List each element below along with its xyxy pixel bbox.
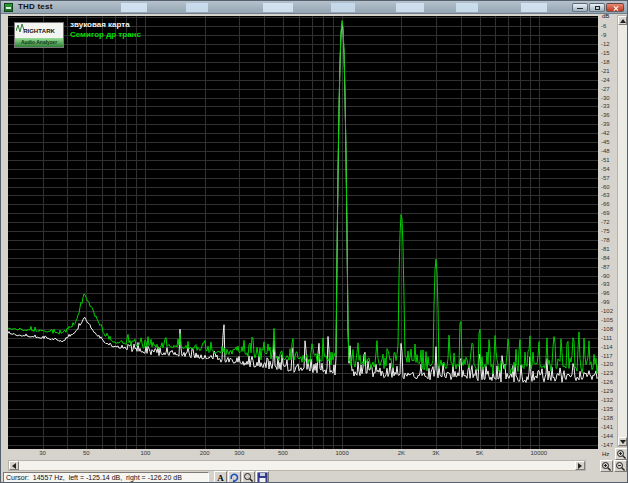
spectrum-plot[interactable]: RIGHT ARK Audio Analyzer звуковая карта … bbox=[8, 16, 598, 449]
y-tick-label: -123 bbox=[601, 370, 613, 376]
magnifier-button[interactable] bbox=[242, 471, 255, 483]
magnifier-minus-icon bbox=[615, 461, 626, 472]
y-tick-label: -12 bbox=[601, 41, 610, 47]
minimize-button[interactable] bbox=[572, 3, 588, 12]
legend-series-2: Семигор др транс bbox=[70, 30, 141, 40]
y-tick-label: -45 bbox=[601, 139, 610, 145]
y-tick-label: -30 bbox=[601, 95, 610, 101]
vertical-scrollbar[interactable] bbox=[617, 15, 628, 447]
scroll-left-button[interactable] bbox=[9, 461, 19, 470]
status-bar: Cursor: 14557 Hz, left = -125.14 dB, rig… bbox=[1, 472, 628, 483]
x-tick-label: 300 bbox=[226, 450, 252, 456]
y-tick-label: -69 bbox=[601, 210, 610, 216]
y-tick-label: -105 bbox=[601, 317, 613, 323]
rightmark-logo-subtitle: Audio Analyzer bbox=[15, 38, 63, 47]
refresh-button[interactable] bbox=[228, 471, 241, 483]
y-tick-label: -138 bbox=[601, 415, 613, 421]
trace-white bbox=[8, 24, 598, 383]
y-tick-label: -93 bbox=[601, 281, 610, 287]
save-button[interactable] bbox=[256, 471, 269, 483]
zoom-out-x-button[interactable] bbox=[614, 460, 627, 472]
magnifier-plus-icon bbox=[601, 461, 612, 472]
x-tick-label: 30 bbox=[30, 450, 56, 456]
legend-series-1: звуковая карта bbox=[70, 20, 141, 30]
titlebar[interactable]: THD test bbox=[1, 1, 628, 14]
close-button[interactable] bbox=[606, 3, 624, 12]
arrow-right-icon bbox=[578, 463, 582, 469]
y-tick-label: -15 bbox=[601, 50, 610, 56]
y-tick-label: -81 bbox=[601, 246, 610, 252]
y-tick-label: -27 bbox=[601, 86, 610, 92]
y-tick-label: -63 bbox=[601, 192, 610, 198]
x-axis-unit: Hz bbox=[602, 451, 609, 457]
y-tick-label: -114 bbox=[601, 344, 613, 350]
y-tick-label: -87 bbox=[601, 264, 610, 270]
magnifier-plus-icon bbox=[616, 449, 627, 460]
y-tick-label: -18 bbox=[601, 59, 610, 65]
scroll-right-button[interactable] bbox=[575, 461, 585, 470]
y-tick-label: -120 bbox=[601, 361, 613, 367]
y-tick-label: -36 bbox=[601, 112, 610, 118]
y-tick-label: -117 bbox=[601, 353, 613, 359]
y-tick-label: -54 bbox=[601, 166, 610, 172]
x-tick-label: 100 bbox=[132, 450, 158, 456]
y-tick-label: -135 bbox=[601, 406, 613, 412]
y-tick-label: -21 bbox=[601, 68, 610, 74]
y-tick-label: -75 bbox=[601, 228, 610, 234]
trace-green bbox=[8, 21, 598, 375]
y-tick-label: -132 bbox=[601, 397, 613, 403]
y-tick-label: -39 bbox=[601, 121, 610, 127]
x-tick-label: 50 bbox=[73, 450, 99, 456]
maximize-icon bbox=[595, 6, 600, 10]
thd-test-window: THD test RIGHT ARK Audio Analyzer звуков… bbox=[0, 0, 628, 483]
y-tick-label: -96 bbox=[601, 290, 610, 296]
y-tick-label: -51 bbox=[601, 157, 610, 163]
horizontal-scrollbar[interactable] bbox=[8, 460, 586, 471]
y-tick-label: -60 bbox=[601, 184, 610, 190]
y-tick-label: -108 bbox=[601, 326, 613, 332]
x-tick-label: 200 bbox=[192, 450, 218, 456]
y-tick-label: -72 bbox=[601, 219, 610, 225]
x-axis-labels: 305010020030050010002K3K5K10000 bbox=[8, 450, 598, 459]
y-tick-label: -99 bbox=[601, 299, 610, 305]
window-title: THD test bbox=[18, 2, 53, 11]
x-tick-label: 5K bbox=[467, 450, 493, 456]
legend: звуковая карта Семигор др транс bbox=[70, 20, 141, 40]
scroll-up-button[interactable] bbox=[618, 16, 627, 25]
y-tick-label: -66 bbox=[601, 201, 610, 207]
rightmark-logo-top: RIGHT ARK bbox=[15, 23, 63, 38]
zoom-y-button[interactable] bbox=[615, 448, 628, 460]
y-tick-label: -84 bbox=[601, 255, 610, 261]
y-tick-label: -111 bbox=[601, 335, 612, 341]
minimize-icon bbox=[577, 8, 583, 9]
magnifier-icon bbox=[243, 472, 254, 483]
x-tick-label: 10000 bbox=[526, 450, 552, 456]
waveform-icon bbox=[16, 23, 24, 33]
x-tick-label: 1000 bbox=[329, 450, 355, 456]
scroll-down-button[interactable] bbox=[618, 437, 627, 446]
zoom-in-x-button[interactable] bbox=[600, 460, 613, 472]
y-axis-labels: -6-9-12-15-18-21-24-27-30-33-36-39-42-45… bbox=[601, 16, 616, 449]
font-button[interactable]: A bbox=[214, 471, 227, 483]
y-tick-label: -141 bbox=[601, 424, 613, 430]
y-tick-label: -48 bbox=[601, 148, 610, 154]
arrow-down-icon bbox=[620, 440, 626, 444]
y-tick-label: -78 bbox=[601, 237, 610, 243]
arrow-up-icon bbox=[620, 19, 626, 23]
refresh-icon bbox=[229, 472, 240, 483]
y-tick-label: -129 bbox=[601, 388, 613, 394]
y-tick-label: -126 bbox=[601, 379, 613, 385]
x-tick-label: 2K bbox=[388, 450, 414, 456]
cursor-readout: Cursor: 14557 Hz, left = -125.14 dB, rig… bbox=[3, 472, 209, 483]
maximize-button[interactable] bbox=[589, 3, 605, 12]
y-tick-label: -9 bbox=[601, 32, 606, 38]
y-tick-label: -147 bbox=[601, 442, 613, 448]
y-tick-label: -42 bbox=[601, 130, 610, 136]
rightmark-logo: RIGHT ARK Audio Analyzer bbox=[14, 22, 64, 48]
y-tick-label: -6 bbox=[601, 23, 606, 29]
save-icon bbox=[257, 472, 268, 483]
arrow-left-icon bbox=[12, 463, 16, 469]
y-tick-label: -33 bbox=[601, 103, 610, 109]
y-tick-label: -57 bbox=[601, 175, 610, 181]
spectrum-chart bbox=[8, 16, 598, 449]
